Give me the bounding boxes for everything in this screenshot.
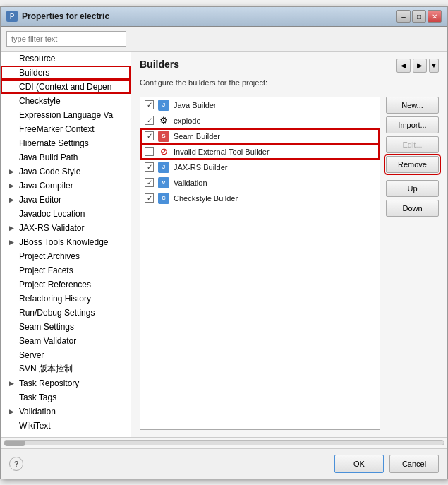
up-button[interactable]: Up — [386, 180, 439, 197]
builder-checkbox[interactable] — [145, 178, 154, 187]
nav-item-label: Server — [19, 350, 44, 360]
forward-button[interactable]: ▶ — [413, 59, 427, 73]
expand-arrow-icon: ▶ — [9, 196, 16, 203]
section-title: Builders — [140, 59, 179, 70]
builder-checkbox[interactable] — [145, 100, 154, 109]
buttons-panel: New... Import... Edit... Remove Up Down — [386, 97, 439, 430]
left-panel: ResourceBuildersCDI (Context and DepenCh… — [1, 52, 131, 437]
nav-item-freemarker[interactable]: FreeMarker Context — [1, 122, 131, 136]
nav-item-label: Java Code Style — [19, 167, 80, 176]
builder-label: Java Builder — [174, 101, 217, 109]
nav-item-label: FreeMarker Context — [19, 124, 95, 134]
builder-item-jaxrs-builder[interactable]: JJAX-RS Builder — [140, 160, 380, 175]
nav-item-label: Task Repository — [19, 378, 79, 388]
ok-button[interactable]: OK — [334, 455, 384, 473]
dialog-content: ResourceBuildersCDI (Context and DepenCh… — [1, 27, 447, 479]
nav-item-project-archives[interactable]: Project Archives — [1, 249, 131, 263]
cancel-button[interactable]: Cancel — [389, 455, 439, 473]
scrollbar-track — [4, 440, 444, 445]
builder-checkbox[interactable] — [145, 147, 154, 156]
nav-item-label: Expression Language Va — [19, 110, 113, 120]
nav-item-jboss[interactable]: ▶JBoss Tools Knowledge — [1, 235, 131, 249]
expand-arrow-icon: ▶ — [9, 380, 16, 387]
help-button[interactable]: ? — [9, 457, 23, 471]
builder-item-java-builder[interactable]: JJava Builder — [140, 97, 380, 113]
horizontal-scrollbar[interactable] — [1, 437, 447, 448]
nav-item-checkstyle[interactable]: Checkstyle — [1, 94, 131, 108]
nav-item-label: Project References — [19, 280, 91, 289]
expand-arrow-icon: ▶ — [9, 182, 16, 189]
nav-item-jaxrs[interactable]: ▶JAX-RS Validator — [1, 221, 131, 235]
filter-input[interactable] — [6, 31, 126, 47]
nav-item-resource[interactable]: Resource — [1, 52, 131, 66]
nav-item-label: Hibernate Settings — [19, 138, 89, 148]
nav-item-java-compiler[interactable]: ▶Java Compiler — [1, 179, 131, 193]
back-button[interactable]: ◀ — [396, 59, 411, 73]
filter-bar — [1, 27, 447, 52]
nav-item-label: Javadoc Location — [19, 209, 85, 219]
expand-arrow-icon: ▶ — [9, 168, 16, 175]
valid-icon: V — [158, 177, 169, 188]
builder-item-seam-builder[interactable]: SSeam Builder — [140, 128, 380, 144]
nav-item-task-repository[interactable]: ▶Task Repository — [1, 376, 131, 390]
builder-label: explode — [174, 116, 201, 125]
nav-item-javadoc[interactable]: Javadoc Location — [1, 207, 131, 221]
maximize-button[interactable]: □ — [412, 10, 426, 23]
nav-item-run-debug[interactable]: Run/Debug Settings — [1, 306, 131, 320]
builder-label: JAX-RS Builder — [174, 163, 227, 172]
nav-item-label: Checkstyle — [19, 96, 61, 106]
nav-item-seam-validator[interactable]: Seam Validator — [1, 334, 131, 348]
nav-item-wikitext[interactable]: WikiText — [1, 419, 131, 433]
close-button[interactable]: ✕ — [428, 10, 442, 23]
scrollbar-thumb[interactable] — [4, 441, 25, 446]
nav-item-project-references[interactable]: Project References — [1, 277, 131, 292]
footer: ? OK Cancel — [1, 448, 447, 479]
builder-item-explode[interactable]: ⚙explode — [140, 113, 380, 128]
expand-arrow-icon: ▶ — [9, 224, 16, 232]
remove-button[interactable]: Remove — [386, 156, 439, 173]
nav-item-task-tags[interactable]: Task Tags — [1, 390, 131, 405]
builder-checkbox[interactable] — [145, 116, 154, 125]
nav-item-label: Seam Validator — [19, 336, 76, 346]
nav-item-label: CDI (Context and Depen — [19, 82, 111, 92]
edit-button[interactable]: Edit... — [386, 136, 439, 153]
dropdown-button[interactable]: ▼ — [429, 59, 439, 73]
builder-checkbox[interactable] — [145, 131, 154, 140]
nav-item-java-editor[interactable]: ▶Java Editor — [1, 193, 131, 207]
builder-item-checkstyle-builder[interactable]: CCheckstyle Builder — [140, 191, 380, 206]
minimize-button[interactable]: – — [396, 10, 411, 23]
down-button[interactable]: Down — [386, 200, 439, 217]
expand-arrow-icon: ▶ — [9, 408, 16, 415]
nav-item-label: Refactoring History — [19, 294, 91, 304]
builder-list: JJava Builder⚙explodeSSeam Builder⊘Inval… — [140, 97, 380, 430]
nav-item-seam-settings[interactable]: Seam Settings — [1, 320, 131, 334]
nav-item-validation[interactable]: ▶Validation — [1, 405, 131, 419]
nav-item-builders[interactable]: Builders — [1, 66, 131, 80]
nav-item-java-code-style[interactable]: ▶Java Code Style — [1, 164, 131, 179]
nav-item-expression[interactable]: Expression Language Va — [1, 108, 131, 122]
nav-item-label: Java Editor — [19, 195, 61, 205]
nav-item-refactoring[interactable]: Refactoring History — [1, 292, 131, 306]
gear-icon: ⚙ — [158, 115, 169, 126]
nav-item-project-facets[interactable]: Project Facets — [1, 263, 131, 277]
error-icon: ⊘ — [158, 146, 169, 157]
nav-item-label: Resource — [19, 54, 55, 64]
builder-checkbox[interactable] — [145, 162, 154, 172]
nav-item-label: Java Build Path — [19, 152, 78, 162]
import-button[interactable]: Import... — [386, 116, 439, 133]
nav-item-label: Task Tags — [19, 393, 56, 402]
builder-item-invalid-external[interactable]: ⊘Invalid External Tool Builder — [140, 144, 380, 160]
nav-item-hibernate[interactable]: Hibernate Settings — [1, 136, 131, 150]
builder-item-validation[interactable]: VValidation — [140, 175, 380, 191]
java-icon: J — [158, 100, 169, 111]
builder-checkbox[interactable] — [145, 193, 154, 203]
nav-item-server[interactable]: Server — [1, 348, 131, 362]
title-bar: P Properties for electric – □ ✕ — [1, 7, 447, 27]
expand-arrow-icon: ▶ — [9, 239, 16, 246]
nav-item-label: JBoss Tools Knowledge — [19, 237, 109, 247]
nav-item-svn[interactable]: SVN 版本控制 — [1, 362, 131, 376]
new-button[interactable]: New... — [386, 97, 439, 114]
nav-item-cdi[interactable]: CDI (Context and Depen — [1, 80, 131, 94]
nav-item-java-build-path[interactable]: Java Build Path — [1, 150, 131, 164]
builder-label: Checkstyle Builder — [174, 194, 238, 203]
